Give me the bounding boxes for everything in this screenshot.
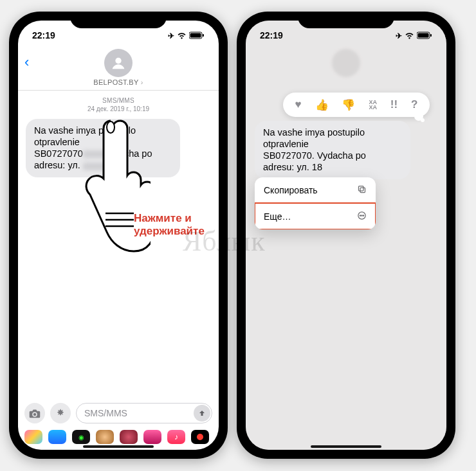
app-chip[interactable] xyxy=(191,430,209,444)
app-chip[interactable]: ◉ xyxy=(72,430,90,444)
status-time: 22:19 xyxy=(32,30,55,40)
tapback-heart[interactable]: ♥ xyxy=(295,98,301,111)
dim-overlay xyxy=(246,21,446,450)
svg-point-3 xyxy=(115,58,121,64)
contact-name: BELPOST.BY xyxy=(93,78,143,86)
svg-point-12 xyxy=(362,215,362,216)
battery-icon xyxy=(417,31,432,39)
msg-line2a: SB0727070 xyxy=(263,150,312,161)
wifi-icon xyxy=(405,32,414,39)
svg-rect-2 xyxy=(203,34,204,37)
msg-line3a: adresu: ул. xyxy=(34,160,80,170)
tapback-thumbsdown[interactable]: 👎 xyxy=(342,98,355,112)
more-icon xyxy=(357,211,367,222)
context-menu: Скопировать Еще… xyxy=(255,177,376,229)
phone-right: 22:19 ♥ 👍 👎 ХА ХА !! ? Na vashe imya pos… xyxy=(237,12,455,459)
svg-rect-9 xyxy=(359,186,364,191)
app-chip[interactable] xyxy=(48,430,66,444)
svg-point-11 xyxy=(360,215,360,216)
copy-icon xyxy=(357,184,367,196)
home-indicator[interactable] xyxy=(311,445,381,448)
msg-line3a: adresu: ул. xyxy=(263,162,309,172)
notch xyxy=(70,12,167,28)
avatar xyxy=(104,49,133,77)
menu-copy-label: Скопировать xyxy=(264,185,318,195)
app-chip[interactable]: ♪ xyxy=(167,430,185,444)
app-chip[interactable] xyxy=(24,430,42,444)
input-bar: SMS/MMS xyxy=(18,400,219,427)
svg-point-13 xyxy=(363,215,363,216)
back-button[interactable]: ‹ xyxy=(24,54,29,71)
tapback-question[interactable]: ? xyxy=(411,98,417,111)
app-strip[interactable]: ◉ ♪ xyxy=(18,428,219,446)
status-time: 22:19 xyxy=(260,30,283,40)
status-icons xyxy=(168,30,205,40)
appstore-button[interactable] xyxy=(50,403,71,423)
contact-header[interactable]: BELPOST.BY xyxy=(93,49,143,86)
screen-right: 22:19 ♥ 👍 👎 ХА ХА !! ? Na vashe imya pos… xyxy=(246,21,446,450)
status-icons xyxy=(396,30,432,40)
home-indicator[interactable] xyxy=(83,445,154,448)
message-bubble[interactable]: Na vashe imya postupilo otpravlenie SB07… xyxy=(255,121,410,179)
msg-line2a: SB0727070 xyxy=(34,148,83,159)
msg-line1: Na vashe imya postupilo otpravlenie xyxy=(263,127,365,149)
message-input[interactable]: SMS/MMS xyxy=(76,403,212,423)
svg-rect-8 xyxy=(360,188,365,193)
msg-line2b: . Vydacha po xyxy=(312,150,366,161)
instruction-text: Нажмите иудерживайте xyxy=(134,212,205,238)
app-chip[interactable] xyxy=(96,430,114,444)
phone-left: 22:19 ‹ BELPOST.BY SMS/MMS 24 дек. 2019 … xyxy=(9,12,228,459)
svg-rect-6 xyxy=(418,33,429,38)
svg-rect-7 xyxy=(430,34,432,37)
conversation-type: SMS/MMS xyxy=(18,97,219,104)
menu-copy[interactable]: Скопировать xyxy=(255,177,376,203)
airplane-icon xyxy=(396,30,402,40)
screen-left: 22:19 ‹ BELPOST.BY SMS/MMS 24 дек. 2019 … xyxy=(18,21,219,450)
airplane-icon xyxy=(168,30,174,40)
tapback-haha[interactable]: ХА ХА xyxy=(369,100,377,110)
tapback-thumbsup[interactable]: 👍 xyxy=(315,98,329,112)
message-timestamp: 24 дек. 2019 г., 10:19 xyxy=(18,105,219,112)
svg-rect-1 xyxy=(190,33,201,38)
battery-icon xyxy=(189,31,205,39)
send-button[interactable] xyxy=(194,405,210,422)
notch xyxy=(298,12,394,28)
camera-button[interactable] xyxy=(24,403,45,423)
menu-more-label: Еще… xyxy=(264,211,291,222)
tapback-exclaim[interactable]: !! xyxy=(390,98,398,111)
app-chip[interactable] xyxy=(143,430,161,444)
wifi-icon xyxy=(177,32,187,39)
tapback-bar: ♥ 👍 👎 ХА ХА !! ? xyxy=(283,93,430,117)
msg-line3b: 18 xyxy=(312,162,322,172)
app-chip[interactable] xyxy=(120,430,138,444)
menu-more[interactable]: Еще… xyxy=(255,203,376,229)
input-placeholder: SMS/MMS xyxy=(84,408,127,418)
